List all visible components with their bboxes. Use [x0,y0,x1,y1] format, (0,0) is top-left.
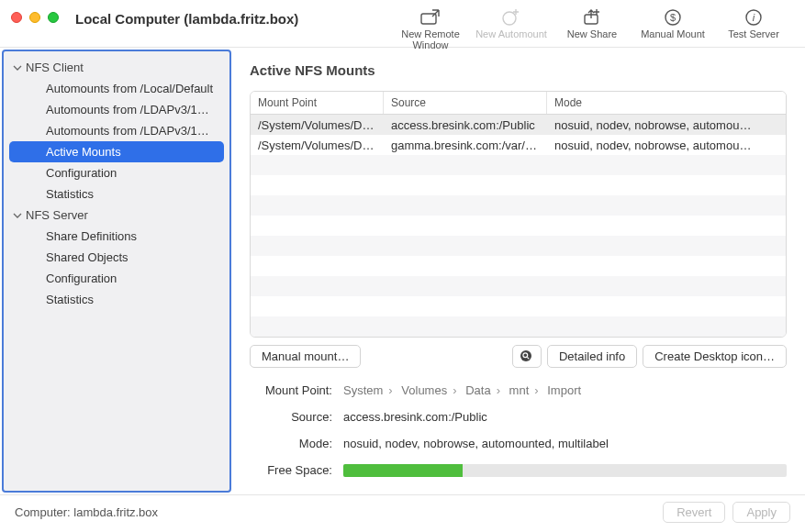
detail-mount-point: Mount Point: System› Volumes› Data› mnt›… [250,383,787,397]
toolbar-label: New Automount [475,28,547,39]
close-icon[interactable] [11,12,22,23]
detail-free-space: Free Space: [250,463,787,477]
table-row [251,195,786,216]
window-title: Local Computer (lambda.fritz.box) [75,11,298,27]
value: access.bresink.com:/Public [343,410,487,424]
detail-mode: Mode: nosuid, nodev, nobrowse, automount… [250,437,787,450]
table-row[interactable]: /System/Volumes/Da… gamma.bresink.com:/v… [251,135,786,155]
toolbar-manual-mount[interactable]: $ Manual Mount [632,7,713,50]
col-mode[interactable]: Mode [547,92,786,114]
breadcrumb: System› Volumes› Data› mnt› Import [343,383,581,397]
table-row [251,155,786,175]
revert-button[interactable]: Revert [663,502,725,523]
table-row [251,296,786,316]
sidebar-group-nfs-client[interactable]: NFS Client [4,57,229,78]
sidebar: NFS Client Automounts from /Local/Defaul… [2,50,231,493]
mounts-table: Mount Point Source Mode /System/Volumes/… [250,91,787,338]
table-row[interactable]: /System/Volumes/Da… access.bresink.com:/… [251,115,786,135]
chevron-down-icon [13,63,22,72]
table-body: /System/Volumes/Da… access.bresink.com:/… [251,115,786,337]
value: nosuid, nodev, nobrowse, automounted, mu… [343,437,609,450]
chevron-right-icon: › [497,383,500,397]
toolbar-label: Manual Mount [641,28,705,39]
svg-text:$: $ [670,12,676,23]
manual-mount-icon: $ [662,7,684,26]
magnify-icon [520,350,533,363]
toolbar: New Remote Window New Automount New Shar… [390,7,794,50]
sidebar-item-shared-objects[interactable]: Shared Objects [9,247,224,268]
content-pane: Active NFS Mounts Mount Point Source Mod… [231,48,805,494]
automount-icon [500,7,522,26]
cell-mount: /System/Volumes/Da… [251,134,384,157]
sidebar-item-server-config[interactable]: Configuration [9,268,224,289]
toolbar-label: New Share [567,28,617,39]
apply-button[interactable]: Apply [732,502,790,523]
share-icon [581,7,603,26]
svg-point-1 [503,12,516,25]
label: Mount Point: [250,383,332,397]
crumb-seg[interactable]: Import [547,383,581,397]
crumb-seg[interactable]: mnt [509,383,530,397]
minimize-icon[interactable] [29,12,40,23]
create-desktop-icon-button[interactable]: Create Desktop icon… [643,345,787,368]
sidebar-item-client-stats[interactable]: Statistics [9,183,224,205]
label: Source: [250,410,332,424]
sidebar-item-automounts-ldap2[interactable]: Automounts from /LDAPv3/192.... [9,120,224,141]
sidebar-item-server-stats[interactable]: Statistics [9,289,224,310]
col-mount[interactable]: Mount Point [251,92,384,114]
table-row [251,316,786,337]
detail-source: Source: access.bresink.com:/Public [250,410,787,424]
toolbar-test-server[interactable]: i Test Server [713,7,794,50]
detailed-info-button[interactable]: Detailed info [547,345,637,368]
free-space-bar [343,464,787,477]
titlebar: Local Computer (lambda.fritz.box) New Re… [0,0,805,48]
toolbar-label: Test Server [728,28,779,39]
sidebar-item-automounts-ldap1[interactable]: Automounts from /LDAPv3/192.... [9,99,224,120]
info-icon: i [743,7,765,26]
manual-mount-button[interactable]: Manual mount… [250,345,361,368]
button-row: Manual mount… Detailed info Create Deskt… [250,345,787,368]
label: Mode: [250,437,332,450]
quicklook-button[interactable] [512,345,542,368]
sidebar-group-label: NFS Server [26,208,88,222]
label: Free Space: [250,463,332,477]
cell-source: gamma.bresink.com:/var/w… [384,134,547,157]
free-space-fill [343,464,463,477]
table-row [251,236,786,256]
sidebar-item-active-mounts[interactable]: Active Mounts [9,141,224,162]
sidebar-group-nfs-server[interactable]: NFS Server [4,205,229,226]
crumb-seg[interactable]: Volumes [401,383,447,397]
footer-computer: Computer: lambda.fritz.box [15,505,158,519]
table-row [251,256,786,276]
chevron-right-icon: › [534,383,538,397]
toolbar-new-share[interactable]: New Share [552,7,632,50]
crumb-seg[interactable]: Data [465,383,490,397]
traffic-lights [11,12,59,23]
section-title: Active NFS Mounts [250,62,787,78]
sidebar-item-share-defs[interactable]: Share Definitions [9,226,224,247]
col-source[interactable]: Source [384,92,547,114]
toolbar-new-automount: New Automount [471,7,552,50]
sidebar-item-client-config[interactable]: Configuration [9,162,224,183]
chevron-right-icon: › [453,383,456,397]
remote-window-icon [419,7,442,26]
svg-point-7 [520,350,531,361]
table-header: Mount Point Source Mode [251,92,786,115]
table-row [251,175,786,195]
crumb-seg[interactable]: System [343,383,383,397]
toolbar-new-remote-window[interactable]: New Remote Window [390,7,471,50]
sidebar-group-label: NFS Client [26,61,84,74]
chevron-right-icon: › [388,383,392,397]
svg-text:i: i [753,12,755,23]
table-row [251,276,786,296]
table-row [251,216,786,236]
cell-mode: nosuid, nodev, nobrowse, automou… [547,134,786,157]
zoom-icon[interactable] [48,12,59,23]
sidebar-item-automounts-local[interactable]: Automounts from /Local/Default [9,78,224,99]
footer: Computer: lambda.fritz.box Revert Apply [0,494,805,529]
chevron-down-icon [13,211,22,220]
